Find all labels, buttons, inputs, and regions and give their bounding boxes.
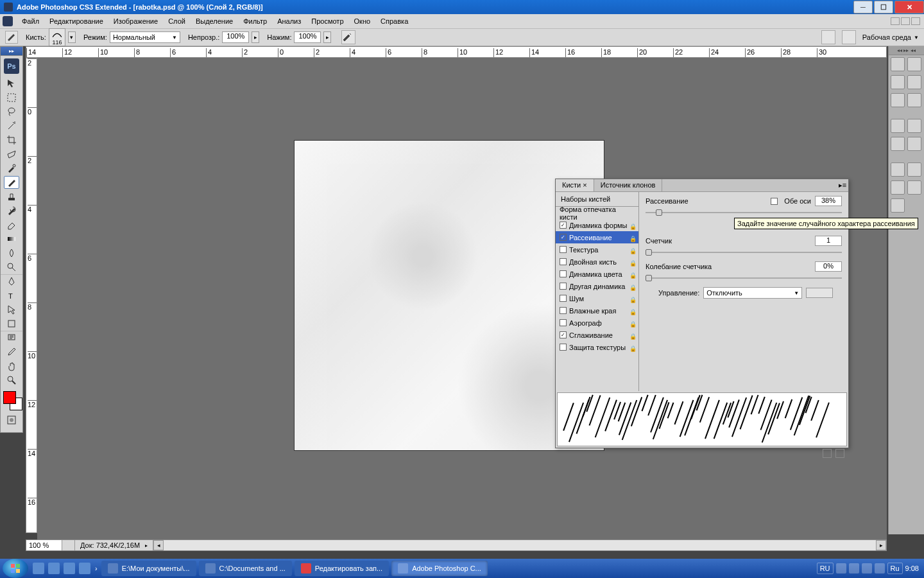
- lock-icon[interactable]: [629, 259, 636, 265]
- section-checkbox[interactable]: [560, 307, 567, 314]
- layercomps-icon[interactable]: [891, 198, 905, 213]
- scroll-right-button[interactable]: ▸: [876, 540, 886, 550]
- opacity-arrow[interactable]: ▸: [252, 31, 259, 43]
- brush-section-9[interactable]: Аэрограф: [556, 317, 638, 329]
- history-brush-tool[interactable]: [4, 204, 19, 217]
- scroll-left-button[interactable]: ◂: [153, 540, 164, 550]
- count-value-field[interactable]: 1: [815, 236, 842, 246]
- brush-section-3[interactable]: Текстура: [556, 243, 638, 256]
- options-icon-2[interactable]: [842, 30, 856, 44]
- paths-icon[interactable]: [891, 137, 905, 151]
- marquee-tool[interactable]: [4, 91, 19, 104]
- info-icon[interactable]: [907, 93, 921, 107]
- panel-footer-icon-trash[interactable]: [835, 449, 844, 458]
- scatter-slider[interactable]: [646, 209, 842, 216]
- menu-filter[interactable]: Фильтр: [238, 15, 272, 27]
- quicklaunch-icon-3[interactable]: [64, 563, 75, 574]
- menu-help[interactable]: Справка: [375, 15, 413, 27]
- lock-icon[interactable]: [629, 271, 636, 277]
- lock-icon[interactable]: [629, 320, 636, 326]
- brush-tool[interactable]: [4, 176, 19, 189]
- shape-tool[interactable]: [4, 317, 19, 330]
- blend-mode-select[interactable]: Нормальный▼: [110, 31, 180, 43]
- maximize-button[interactable]: ☐: [874, 1, 893, 13]
- panel-footer-icon-1[interactable]: [823, 449, 832, 458]
- flow-arrow[interactable]: ▸: [323, 31, 331, 43]
- taskbar-item-1[interactable]: C:\Documents and ...: [199, 561, 292, 576]
- menu-image[interactable]: Изображение: [108, 15, 163, 27]
- section-checkbox[interactable]: [560, 270, 567, 277]
- control-dropdown[interactable]: Отключить: [703, 287, 802, 299]
- menu-analysis[interactable]: Анализ: [272, 15, 306, 27]
- mdi-restore[interactable]: [901, 17, 910, 25]
- section-checkbox[interactable]: [560, 234, 567, 241]
- menu-view[interactable]: Просмотр: [306, 15, 348, 27]
- quicklaunch-icon-1[interactable]: [33, 563, 44, 574]
- quicklaunch-icon-4[interactable]: [79, 563, 90, 574]
- count-jitter-field[interactable]: 0%: [815, 261, 842, 272]
- menu-select[interactable]: Выделение: [191, 15, 238, 27]
- close-button[interactable]: ✕: [894, 1, 924, 13]
- options-icon-1[interactable]: [821, 30, 835, 44]
- lock-icon[interactable]: [629, 283, 636, 290]
- scatter-value-field[interactable]: 38%: [815, 196, 842, 206]
- character-icon[interactable]: [891, 180, 905, 195]
- dock-collapse-grip[interactable]: ◂◂ ▸▸ ◂◂: [889, 46, 924, 55]
- lock-icon[interactable]: [629, 295, 636, 302]
- brushes-dock-icon[interactable]: [891, 162, 905, 177]
- airbrush-toggle-icon[interactable]: [341, 30, 355, 44]
- tray-icon-1[interactable]: [836, 563, 846, 574]
- menu-window[interactable]: Окно: [349, 15, 376, 27]
- lock-icon[interactable]: [629, 344, 636, 351]
- pen-tool[interactable]: [4, 275, 19, 288]
- menu-file[interactable]: Файл: [17, 15, 44, 27]
- crop-tool[interactable]: [4, 134, 19, 146]
- brush-section-0[interactable]: Форма отпечатка кисти: [556, 207, 638, 219]
- path-select-tool[interactable]: [4, 303, 19, 316]
- swatches-icon[interactable]: [907, 75, 921, 89]
- opacity-field[interactable]: 100%: [222, 31, 249, 43]
- quicklaunch-overflow[interactable]: ›: [95, 565, 98, 572]
- brush-section-1[interactable]: Динамика формы: [556, 219, 638, 231]
- tray-icon-3[interactable]: [862, 563, 872, 574]
- zoom-tool[interactable]: [4, 374, 19, 387]
- tray-icon-4[interactable]: [875, 563, 885, 574]
- type-tool[interactable]: T: [4, 289, 19, 302]
- brush-section-10[interactable]: Сглаживание: [556, 329, 638, 341]
- section-checkbox[interactable]: [560, 344, 567, 351]
- clock[interactable]: 9:08: [905, 565, 919, 572]
- lock-icon[interactable]: [629, 247, 636, 253]
- dodge-tool[interactable]: [4, 261, 19, 274]
- navigator-icon[interactable]: [891, 57, 905, 71]
- brush-dropdown-arrow[interactable]: ▾: [68, 31, 76, 43]
- hand-tool[interactable]: [4, 360, 19, 372]
- section-checkbox[interactable]: [560, 283, 567, 290]
- toolbox-grip[interactable]: ▸▸: [1, 47, 22, 56]
- current-tool-icon[interactable]: [5, 31, 18, 44]
- count-jitter-slider[interactable]: [646, 274, 842, 282]
- slice-tool[interactable]: [4, 148, 19, 161]
- brush-section-11[interactable]: Защита текстуры: [556, 341, 638, 353]
- lang-indicator-2[interactable]: Ru: [887, 563, 903, 574]
- notes-tool[interactable]: [4, 331, 19, 344]
- panel-menu-icon[interactable]: ▸≡: [837, 179, 848, 191]
- styles-icon[interactable]: [891, 93, 905, 107]
- quickmask-toggle[interactable]: [4, 414, 19, 426]
- brush-section-8[interactable]: Влажные края: [556, 304, 638, 317]
- brush-section-5[interactable]: Динамика цвета: [556, 268, 638, 280]
- eyedropper-tool[interactable]: [4, 346, 19, 358]
- lock-icon[interactable]: [629, 222, 636, 229]
- lang-indicator-1[interactable]: RU: [817, 563, 834, 574]
- mdi-close[interactable]: [911, 17, 920, 25]
- section-checkbox[interactable]: [560, 258, 567, 265]
- both-axes-checkbox[interactable]: [771, 198, 778, 205]
- menu-edit[interactable]: Редактирование: [44, 15, 108, 27]
- lasso-tool[interactable]: [4, 105, 19, 118]
- workspace-select[interactable]: Рабочая среда: [860, 32, 919, 42]
- blur-tool[interactable]: [4, 247, 19, 259]
- mdi-minimize[interactable]: [891, 17, 900, 25]
- count-slider[interactable]: [646, 249, 842, 256]
- brush-section-2[interactable]: Рассеивание: [556, 231, 638, 243]
- gradient-tool[interactable]: [4, 232, 19, 245]
- section-checkbox[interactable]: [560, 222, 567, 229]
